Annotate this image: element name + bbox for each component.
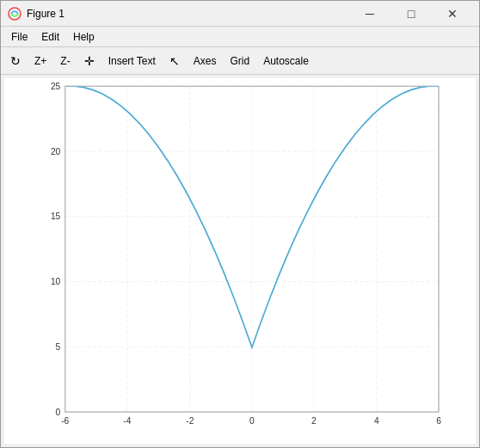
- pan-icon: ✛: [84, 55, 95, 67]
- grid-label: Grid: [231, 55, 250, 67]
- plot-area: 0 5 10 15 20 25 -6 -4: [4, 78, 476, 444]
- y-tick-5: 5: [56, 342, 61, 352]
- y-tick-10: 10: [51, 277, 61, 286]
- insert-text-label: Insert Text: [108, 55, 156, 67]
- plot-canvas[interactable]: 0 5 10 15 20 25 -6 -4: [4, 78, 476, 444]
- cursor-button[interactable]: ↖: [163, 51, 186, 71]
- window-controls: ─ □ ✕: [350, 2, 472, 26]
- x-tick-n6: -6: [61, 416, 69, 426]
- axes-label: Axes: [194, 55, 217, 67]
- close-button[interactable]: ✕: [433, 2, 472, 26]
- y-tick-25: 25: [51, 82, 61, 91]
- insert-text-button[interactable]: Insert Text: [102, 51, 162, 71]
- x-tick-6: 6: [436, 416, 441, 426]
- menu-help[interactable]: Help: [66, 29, 102, 45]
- y-tick-15: 15: [51, 212, 61, 221]
- y-tick-20: 20: [51, 147, 61, 156]
- svg-point-0: [9, 8, 21, 20]
- main-window: Figure 1 ─ □ ✕ File Edit Help ↻ Z+ Z- ✛ …: [0, 0, 480, 448]
- pan-button[interactable]: ✛: [78, 51, 101, 71]
- x-tick-4: 4: [374, 416, 379, 426]
- x-tick-0: 0: [249, 416, 255, 426]
- minimize-button[interactable]: ─: [350, 2, 390, 26]
- rotate-button[interactable]: ↻: [4, 51, 27, 71]
- axes-button[interactable]: Axes: [188, 51, 223, 71]
- cursor-icon: ↖: [169, 55, 180, 67]
- x-tick-n4: -4: [123, 416, 131, 426]
- rotate-icon: ↻: [10, 55, 21, 67]
- menu-file[interactable]: File: [4, 29, 34, 45]
- x-tick-2: 2: [311, 416, 317, 426]
- grid-button[interactable]: Grid: [225, 51, 256, 71]
- menu-edit[interactable]: Edit: [34, 29, 66, 45]
- y-tick-0: 0: [56, 408, 61, 417]
- autoscale-button[interactable]: Autoscale: [257, 51, 315, 71]
- zoom-in-button[interactable]: Z+: [28, 51, 52, 71]
- app-icon: [8, 7, 22, 21]
- toolbar: ↻ Z+ Z- ✛ Insert Text ↖ Axes Grid Autosc…: [1, 47, 479, 75]
- window-title: Figure 1: [27, 8, 350, 20]
- autoscale-label: Autoscale: [263, 55, 309, 67]
- zoom-in-label: Z+: [34, 55, 46, 67]
- x-tick-n2: -2: [186, 416, 194, 426]
- title-bar: Figure 1 ─ □ ✕: [1, 1, 479, 27]
- menu-bar: File Edit Help: [1, 27, 479, 47]
- zoom-out-label: Z-: [60, 55, 70, 67]
- zoom-out-button[interactable]: Z-: [54, 51, 76, 71]
- maximize-button[interactable]: □: [391, 2, 431, 26]
